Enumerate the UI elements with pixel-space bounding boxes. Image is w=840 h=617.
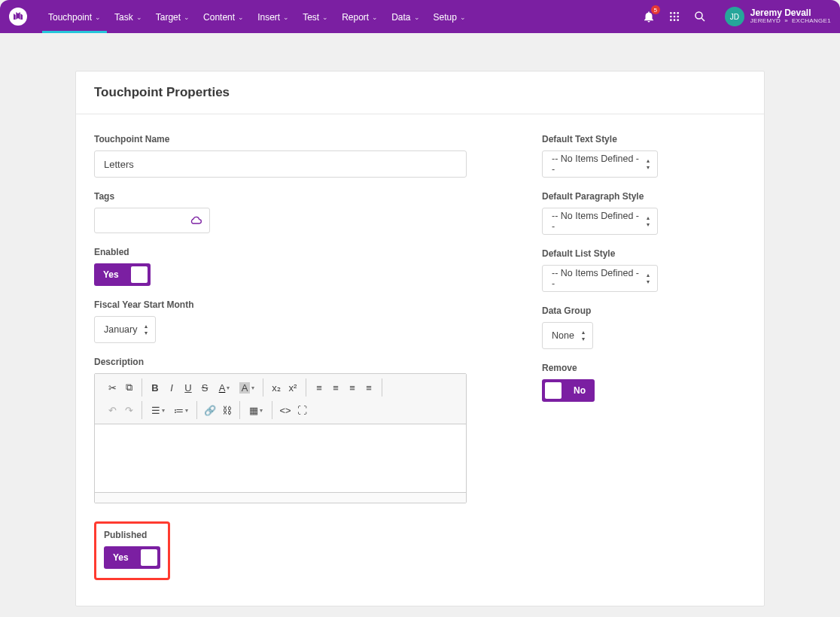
touchpoint-name-input[interactable] xyxy=(94,150,467,178)
number-list-button[interactable]: ≔ xyxy=(169,401,192,419)
fiscal-month-select[interactable]: January ▴▾ xyxy=(94,316,156,343)
align-right-button[interactable]: ≡ xyxy=(344,378,361,397)
text-style-label: Default Text Style xyxy=(542,134,730,144)
name-label: Touchpoint Name xyxy=(94,134,467,144)
svg-point-1 xyxy=(673,12,675,14)
text-style-select[interactable]: -- No Items Defined -- ▴▾ xyxy=(542,150,658,178)
published-toggle[interactable]: Yes xyxy=(104,546,160,569)
toggle-label: Yes xyxy=(94,269,128,280)
rte-toolbar: ✂ ⧉ B I U S A A xyxy=(95,374,466,424)
redo-button[interactable]: ↷ xyxy=(120,401,137,419)
undo-button[interactable]: ↶ xyxy=(104,401,120,419)
cloud-icon xyxy=(190,216,202,225)
list-style-select[interactable]: -- No Items Defined -- ▴▾ xyxy=(542,265,658,292)
italic-button[interactable]: I xyxy=(163,378,180,397)
chevron-down-icon: ⌄ xyxy=(283,14,289,21)
data-group-select[interactable]: None ▴▾ xyxy=(542,322,593,349)
remove-toggle[interactable]: No xyxy=(542,379,595,402)
tags-label: Tags xyxy=(94,191,467,202)
nav-test[interactable]: Test⌄ xyxy=(297,2,334,32)
properties-card: Touchpoint Properties Touchpoint Name Ta… xyxy=(75,71,765,606)
nav-task[interactable]: Task⌄ xyxy=(108,2,148,32)
notifications-button[interactable]: 5 xyxy=(642,10,656,23)
text-color-button[interactable]: A xyxy=(213,378,236,397)
stepper-icon: ▴▾ xyxy=(647,272,650,285)
toggle-label: No xyxy=(565,385,595,396)
app-logo[interactable] xyxy=(9,8,27,26)
toggle-knob xyxy=(545,382,562,399)
strike-button[interactable]: S xyxy=(196,378,213,397)
chevron-down-icon: ⌄ xyxy=(95,14,101,21)
search-button[interactable] xyxy=(693,10,707,23)
tags-input[interactable] xyxy=(94,208,210,233)
svg-point-7 xyxy=(673,19,675,21)
description-label: Description xyxy=(94,357,467,367)
data-group-label: Data Group xyxy=(542,305,730,316)
rte-resize-handle[interactable] xyxy=(95,492,466,503)
nav-items: Touchpoint⌄ Task⌄ Target⌄ Content⌄ Inser… xyxy=(42,2,642,32)
fiscal-label: Fiscal Year Start Month xyxy=(94,299,467,310)
select-value: -- No Items Defined -- xyxy=(552,211,639,232)
svg-line-10 xyxy=(702,18,705,21)
chevron-down-icon: ⌄ xyxy=(322,14,328,21)
description-editor: ✂ ⧉ B I U S A A xyxy=(94,373,467,503)
card-header: Touchpoint Properties xyxy=(76,71,764,114)
align-center-button[interactable]: ≡ xyxy=(327,378,344,397)
unlink-button[interactable]: ⛓ xyxy=(218,401,235,419)
copy-button[interactable]: ⧉ xyxy=(120,378,137,397)
underline-button[interactable]: U xyxy=(180,378,196,397)
user-menu[interactable]: JD Jeremy Devall JEREMYD » EXCHANGE1 xyxy=(725,7,831,26)
nav-target[interactable]: Target⌄ xyxy=(150,2,196,32)
logo-icon xyxy=(12,11,24,23)
toggle-knob xyxy=(131,266,148,283)
chevron-down-icon: ⌄ xyxy=(136,14,142,21)
align-left-button[interactable]: ≡ xyxy=(311,378,327,397)
nav-setup[interactable]: Setup⌄ xyxy=(428,2,472,32)
nav-touchpoint[interactable]: Touchpoint⌄ xyxy=(42,2,107,32)
chevron-down-icon: ⌄ xyxy=(414,14,420,21)
user-sub: JEREMYD » EXCHANGE1 xyxy=(750,18,831,25)
subscript-button[interactable]: x₂ xyxy=(268,378,285,397)
svg-point-8 xyxy=(677,19,679,21)
svg-point-3 xyxy=(670,16,672,18)
published-highlight: Published Yes xyxy=(94,521,170,580)
published-label: Published xyxy=(104,530,160,540)
chevron-down-icon: ⌄ xyxy=(184,14,190,21)
table-button[interactable]: ▦ xyxy=(245,401,267,419)
apps-button[interactable] xyxy=(668,10,681,23)
select-value: January xyxy=(104,324,137,335)
page-title: Touchpoint Properties xyxy=(94,85,746,100)
source-button[interactable]: <> xyxy=(277,401,294,419)
chevron-down-icon: ⌄ xyxy=(460,14,466,21)
highlight-button[interactable]: A xyxy=(236,378,258,397)
stepper-icon: ▴▾ xyxy=(647,215,650,228)
cut-button[interactable]: ✂ xyxy=(104,378,120,397)
superscript-button[interactable]: x² xyxy=(285,378,301,397)
nav-insert[interactable]: Insert⌄ xyxy=(251,2,295,32)
bold-button[interactable]: B xyxy=(147,378,163,397)
notification-badge: 5 xyxy=(651,5,660,14)
top-nav: Touchpoint⌄ Task⌄ Target⌄ Content⌄ Inser… xyxy=(0,0,840,33)
svg-point-0 xyxy=(670,12,672,14)
stepper-icon: ▴▾ xyxy=(647,158,650,171)
bullet-list-button[interactable]: ☰ xyxy=(147,401,169,419)
stepper-icon: ▴▾ xyxy=(145,324,148,336)
align-justify-button[interactable]: ≡ xyxy=(361,378,377,397)
select-value: -- No Items Defined -- xyxy=(552,268,639,289)
chevron-down-icon: ⌄ xyxy=(238,14,244,21)
avatar: JD xyxy=(725,7,744,26)
description-textarea[interactable] xyxy=(95,424,466,492)
grid-icon xyxy=(668,11,680,23)
nav-content[interactable]: Content⌄ xyxy=(197,2,250,32)
link-button[interactable]: 🔗 xyxy=(202,401,218,419)
fullscreen-button[interactable]: ⛶ xyxy=(294,401,310,419)
search-icon xyxy=(693,10,707,23)
para-style-label: Default Paragraph Style xyxy=(542,191,730,202)
svg-point-5 xyxy=(677,16,679,18)
svg-point-4 xyxy=(673,16,675,18)
para-style-select[interactable]: -- No Items Defined -- ▴▾ xyxy=(542,208,658,235)
svg-point-9 xyxy=(695,12,702,19)
enabled-toggle[interactable]: Yes xyxy=(94,263,151,286)
nav-report[interactable]: Report⌄ xyxy=(336,2,384,32)
nav-data[interactable]: Data⌄ xyxy=(385,2,425,32)
